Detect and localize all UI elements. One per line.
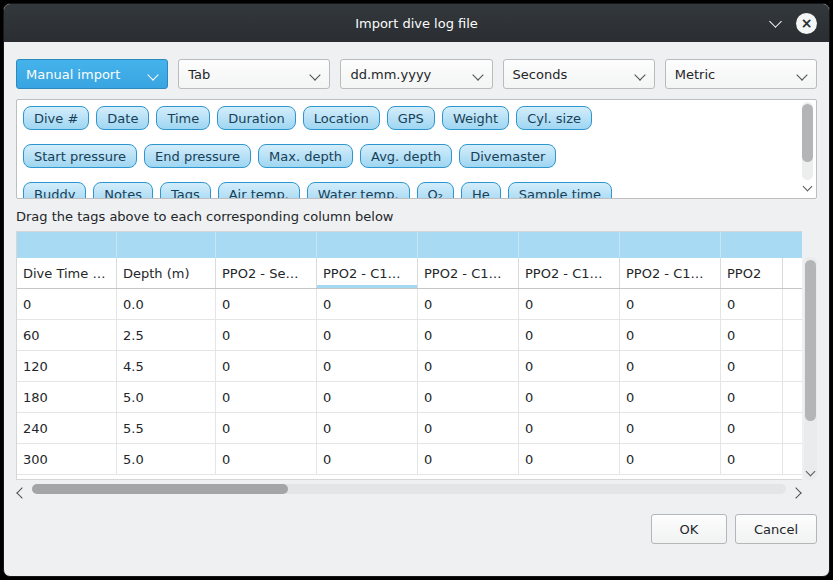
table-cell: 4.5 bbox=[117, 351, 216, 381]
table-cell: 0 bbox=[721, 413, 783, 443]
tag-end-pressure[interactable]: End pressure bbox=[144, 144, 251, 168]
table-cell: 0 bbox=[216, 413, 317, 443]
scrollbar-track[interactable] bbox=[32, 484, 786, 494]
scroll-down-button[interactable] bbox=[807, 463, 814, 478]
table-row: 3005.0000000 bbox=[17, 444, 802, 475]
import-mode-value: Manual import bbox=[26, 67, 120, 82]
units-select[interactable]: Metric bbox=[665, 59, 817, 89]
table-cell: 0 bbox=[317, 413, 418, 443]
column-drop-target[interactable] bbox=[216, 232, 317, 258]
table-cell: 0 bbox=[17, 289, 117, 319]
chevron-down-icon bbox=[803, 182, 813, 192]
column-header[interactable]: PPO2 - C1… bbox=[418, 258, 519, 288]
table-cell: 0 bbox=[317, 289, 418, 319]
tagbox-scrollbar[interactable] bbox=[801, 102, 814, 196]
close-button[interactable]: × bbox=[796, 13, 817, 34]
table-cell: 0 bbox=[721, 320, 783, 350]
column-header[interactable]: PPO2 - C1… bbox=[620, 258, 721, 288]
chevron-right-icon bbox=[790, 487, 801, 498]
duration-format-select[interactable]: Seconds bbox=[503, 59, 655, 89]
table-cell: 0 bbox=[418, 351, 519, 381]
column-drop-target[interactable] bbox=[620, 232, 721, 258]
table-cell: 5.0 bbox=[117, 444, 216, 474]
chevron-down-icon bbox=[769, 15, 782, 28]
chevron-down-icon bbox=[634, 69, 645, 80]
date-format-select[interactable]: dd.mm.yyyy bbox=[340, 59, 492, 89]
table-cell: 0 bbox=[519, 413, 620, 443]
column-header[interactable]: PPO2 - C1… bbox=[519, 258, 620, 288]
column-drop-target[interactable] bbox=[418, 232, 519, 258]
column-header[interactable]: PPO2 bbox=[721, 258, 783, 288]
titlebar[interactable]: Import dive log file × bbox=[4, 4, 829, 42]
table-cell: 0 bbox=[519, 444, 620, 474]
column-header[interactable]: PPO2 - C1… bbox=[317, 258, 418, 288]
tag-start-pressure[interactable]: Start pressure bbox=[23, 144, 137, 168]
column-drop-target[interactable] bbox=[721, 232, 802, 258]
column-drop-target[interactable] bbox=[17, 232, 117, 258]
field-separator-select[interactable]: Tab bbox=[178, 59, 330, 89]
table-cell: 0 bbox=[418, 444, 519, 474]
table-row: 1204.5000000 bbox=[17, 351, 802, 382]
chevron-down-icon bbox=[796, 69, 807, 80]
scroll-left-button[interactable] bbox=[18, 485, 26, 500]
import-options-row: Manual import Tab dd.mm.yyyy Seconds Met… bbox=[16, 59, 817, 89]
tag-notes[interactable]: Notes bbox=[93, 182, 153, 199]
column-header-row: Dive Time …Depth (m)PPO2 - Se…PPO2 - C1…… bbox=[17, 258, 802, 289]
table-cell: 0 bbox=[418, 320, 519, 350]
table-cell: 0 bbox=[317, 382, 418, 412]
table-vertical-scrollbar[interactable] bbox=[804, 257, 817, 480]
column-drop-target[interactable] bbox=[519, 232, 620, 258]
scrollbar-thumb[interactable] bbox=[805, 260, 816, 421]
tag-water-temp[interactable]: Water temp. bbox=[307, 182, 410, 199]
tag-divemaster[interactable]: Divemaster bbox=[459, 144, 556, 168]
tag-sample-time[interactable]: Sample time bbox=[508, 182, 612, 199]
tag-duration[interactable]: Duration bbox=[217, 106, 295, 130]
table-cell: 0 bbox=[620, 444, 721, 474]
tag-weight[interactable]: Weight bbox=[442, 106, 509, 130]
tag-he[interactable]: He bbox=[461, 182, 501, 199]
table-row: 1805.0000000 bbox=[17, 382, 802, 413]
table-cell: 0 bbox=[216, 382, 317, 412]
tag-dive[interactable]: Dive # bbox=[23, 106, 89, 130]
column-drop-target[interactable] bbox=[317, 232, 418, 258]
tag-location[interactable]: Location bbox=[303, 106, 380, 130]
tag-o[interactable]: O₂ bbox=[417, 182, 454, 199]
tag-cyl-size[interactable]: Cyl. size bbox=[516, 106, 592, 130]
tag-date[interactable]: Date bbox=[96, 106, 149, 130]
table-row: 2405.5000000 bbox=[17, 413, 802, 444]
tag-tags[interactable]: Tags bbox=[160, 182, 211, 199]
scrollbar-thumb[interactable] bbox=[802, 104, 813, 162]
tag-gps[interactable]: GPS bbox=[387, 106, 435, 130]
chevron-down-icon bbox=[806, 467, 816, 477]
column-drop-target[interactable] bbox=[117, 232, 216, 258]
dialog-buttons: OK Cancel bbox=[651, 514, 817, 544]
tag-buddy[interactable]: Buddy bbox=[23, 182, 86, 199]
tag-air-temp[interactable]: Air temp. bbox=[218, 182, 300, 199]
close-icon: × bbox=[801, 16, 813, 30]
table-horizontal-scrollbar[interactable] bbox=[16, 482, 802, 497]
import-dialog-window: Import dive log file × Manual import Tab… bbox=[3, 3, 830, 577]
tag-list: Dive #DateTimeDurationLocationGPSWeightC… bbox=[23, 106, 792, 199]
column-header[interactable]: Dive Time … bbox=[17, 258, 117, 288]
table-cell: 0 bbox=[721, 444, 783, 474]
table-cell: 0 bbox=[620, 351, 721, 381]
column-drop-row bbox=[17, 232, 802, 258]
column-header[interactable]: PPO2 - Se… bbox=[216, 258, 317, 288]
tag-time[interactable]: Time bbox=[156, 106, 210, 130]
ok-button[interactable]: OK bbox=[651, 514, 727, 544]
scroll-down-button[interactable] bbox=[804, 178, 811, 193]
tag-max-depth[interactable]: Max. depth bbox=[258, 144, 353, 168]
scroll-right-button[interactable] bbox=[792, 485, 800, 500]
import-mode-select[interactable]: Manual import bbox=[16, 59, 168, 89]
cancel-button[interactable]: Cancel bbox=[735, 514, 817, 544]
shade-button[interactable] bbox=[771, 21, 780, 26]
table-cell: 120 bbox=[17, 351, 117, 381]
chevron-down-icon bbox=[148, 69, 159, 80]
table-cell: 0 bbox=[620, 413, 721, 443]
tag-avg-depth[interactable]: Avg. depth bbox=[360, 144, 452, 168]
table-cell: 0 bbox=[721, 351, 783, 381]
column-header[interactable]: Depth (m) bbox=[117, 258, 216, 288]
scrollbar-thumb[interactable] bbox=[32, 484, 288, 494]
table-cell: 0 bbox=[620, 289, 721, 319]
drag-hint-label: Drag the tags above to each correspondin… bbox=[16, 209, 817, 224]
